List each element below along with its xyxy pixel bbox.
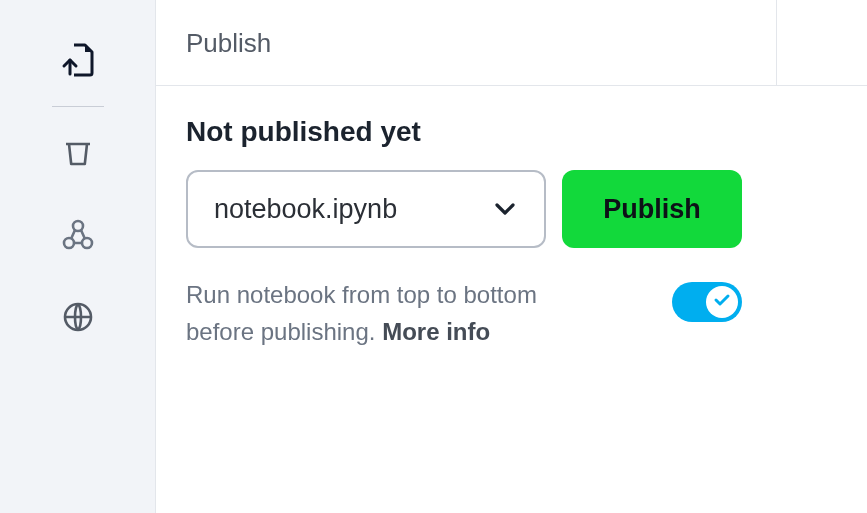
panel-title: Publish bbox=[186, 28, 271, 58]
panel-header: Publish bbox=[156, 0, 867, 86]
sidebar-item-share[interactable] bbox=[60, 217, 96, 253]
toggle-knob bbox=[706, 286, 738, 318]
check-icon bbox=[712, 290, 732, 314]
sidebar bbox=[0, 0, 156, 513]
svg-point-1 bbox=[64, 238, 74, 248]
vertical-divider bbox=[776, 0, 777, 86]
publish-button[interactable]: Publish bbox=[562, 170, 742, 248]
run-option-text: Run notebook from top to bottom before p… bbox=[186, 276, 596, 350]
run-option-toggle[interactable] bbox=[672, 282, 742, 322]
file-upload-icon bbox=[61, 42, 95, 78]
file-selector-value: notebook.ipynb bbox=[214, 194, 397, 225]
more-info-link[interactable]: More info bbox=[382, 318, 490, 345]
sidebar-item-publish[interactable] bbox=[60, 42, 96, 78]
trash-icon bbox=[62, 137, 94, 169]
sidebar-item-trash[interactable] bbox=[60, 135, 96, 171]
globe-icon bbox=[61, 300, 95, 334]
publish-status: Not published yet bbox=[186, 116, 837, 148]
sidebar-item-web[interactable] bbox=[60, 299, 96, 335]
main-panel: Publish Not published yet notebook.ipynb… bbox=[156, 0, 867, 513]
file-selector[interactable]: notebook.ipynb bbox=[186, 170, 546, 248]
chevron-down-icon bbox=[492, 196, 518, 222]
svg-point-2 bbox=[82, 238, 92, 248]
sidebar-divider bbox=[52, 106, 104, 107]
share-nodes-icon bbox=[61, 218, 95, 252]
svg-point-0 bbox=[73, 221, 83, 231]
